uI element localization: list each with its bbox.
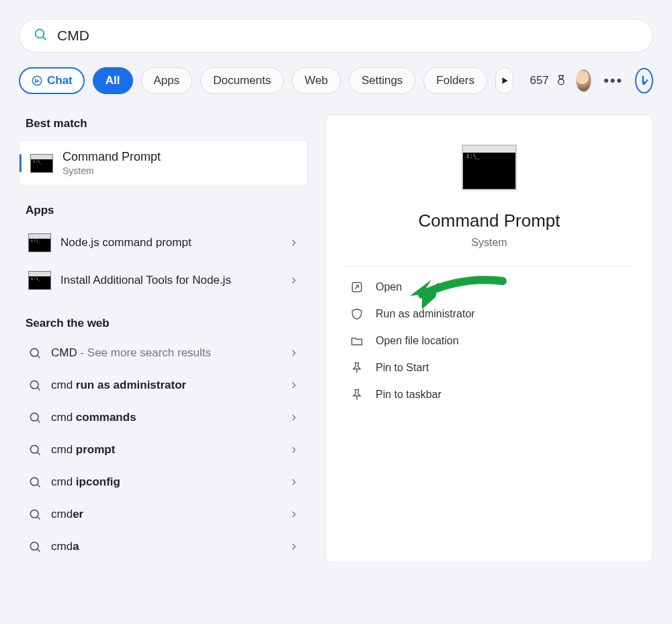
svg-line-17 (38, 549, 40, 552)
command-prompt-icon (30, 154, 53, 173)
chat-chip[interactable]: Chat (19, 67, 85, 94)
web-suggestion-label: CMD - See more search results (51, 346, 280, 360)
chevron-right-icon (289, 348, 298, 358)
search-input[interactable] (57, 28, 639, 44)
filter-documents[interactable]: Documents (200, 67, 284, 94)
filter-apps[interactable]: Apps (141, 67, 193, 94)
filter-all[interactable]: All (93, 67, 133, 94)
detail-title: Command Prompt (345, 210, 634, 231)
action-label: Pin to Start (376, 362, 429, 374)
app-item-node-cmd[interactable]: Node.js command prompt (19, 224, 308, 262)
rewards-count: 657 (530, 74, 548, 87)
bing-icon (638, 74, 651, 87)
filter-bar: Chat All Apps Documents Web Settings Fol… (19, 67, 653, 94)
web-suggestion[interactable]: cmd ipconfig (19, 466, 308, 498)
chevron-right-icon (289, 445, 298, 455)
search-icon (28, 508, 42, 521)
command-prompt-icon (28, 271, 51, 290)
action-label: Open file location (376, 335, 459, 347)
app-item-node-tools[interactable]: Install Additional Tools for Node.js (19, 262, 308, 299)
app-label: Install Additional Tools for Node.js (60, 274, 280, 287)
bing-button[interactable] (635, 68, 653, 93)
svg-point-4 (30, 348, 38, 356)
search-icon (28, 540, 42, 553)
web-suggestion-label: cmd prompt (51, 443, 280, 457)
detail-panel: Command Prompt System Open Run as admini… (325, 114, 653, 563)
web-suggestion[interactable]: cmd run as administrator (19, 369, 308, 401)
pin-icon (350, 388, 364, 401)
filter-folders[interactable]: Folders (423, 67, 487, 94)
web-suggestion-label: cmda (51, 540, 280, 553)
section-search-web: Search the web (26, 317, 301, 330)
web-suggestion-label: cmder (51, 508, 280, 521)
action-pin-taskbar[interactable]: Pin to taskbar (345, 381, 634, 408)
svg-point-16 (30, 542, 38, 550)
action-label: Run as administrator (376, 308, 475, 320)
svg-line-5 (38, 356, 40, 358)
svg-line-9 (38, 420, 40, 423)
svg-line-15 (38, 517, 40, 520)
chevron-right-icon (289, 510, 298, 519)
action-label: Pin to taskbar (376, 389, 442, 401)
web-suggestion-label: cmd ipconfig (51, 475, 280, 489)
chevron-right-icon (289, 238, 298, 247)
web-suggestion[interactable]: cmder (19, 498, 308, 531)
search-icon (28, 443, 42, 457)
filter-web[interactable]: Web (292, 67, 341, 94)
chevron-right-icon (289, 542, 298, 551)
web-suggestion[interactable]: cmd commands (19, 401, 308, 434)
best-match-item[interactable]: Command Prompt System (19, 140, 308, 186)
chevron-right-icon (289, 381, 298, 390)
web-suggestion[interactable]: CMD - See more search results (19, 337, 308, 369)
shield-icon (350, 307, 364, 321)
avatar[interactable] (576, 69, 591, 92)
web-suggestion[interactable]: cmd prompt (19, 434, 308, 466)
svg-line-11 (38, 453, 40, 455)
best-match-subtitle: System (62, 165, 161, 176)
web-suggestion[interactable]: cmda (19, 531, 308, 563)
search-icon (28, 411, 42, 424)
search-icon (28, 379, 42, 392)
rewards-counter[interactable]: 657 (530, 74, 567, 87)
command-prompt-icon (28, 233, 51, 252)
best-match-title: Command Prompt (62, 150, 161, 164)
section-apps: Apps (26, 204, 301, 217)
svg-point-3 (558, 79, 564, 85)
chevron-right-icon (289, 276, 298, 285)
search-icon (28, 475, 42, 489)
bing-chat-icon (31, 75, 43, 87)
chevron-right-icon (289, 477, 298, 487)
divider (345, 266, 634, 267)
action-label: Open (376, 281, 402, 293)
pin-icon (350, 361, 364, 375)
filter-more-button[interactable] (495, 67, 513, 94)
action-run-admin[interactable]: Run as administrator (345, 301, 634, 327)
filter-settings[interactable]: Settings (349, 67, 415, 94)
chevron-right-icon (289, 413, 298, 422)
svg-point-10 (30, 445, 38, 453)
svg-point-12 (30, 477, 38, 485)
svg-point-14 (30, 510, 38, 518)
svg-line-7 (38, 388, 40, 391)
app-label: Node.js command prompt (60, 236, 280, 249)
action-open-location[interactable]: Open file location (345, 327, 634, 354)
action-open[interactable]: Open (345, 274, 634, 301)
search-icon (33, 27, 48, 44)
search-icon (28, 346, 42, 360)
section-best-match: Best match (26, 117, 301, 130)
web-suggestion-label: cmd commands (51, 411, 280, 424)
web-suggestion-label: cmd run as administrator (51, 379, 280, 392)
action-pin-start[interactable]: Pin to Start (345, 354, 634, 381)
medal-icon (554, 74, 568, 87)
search-bar[interactable] (19, 19, 653, 52)
svg-line-1 (43, 37, 46, 40)
svg-line-13 (38, 485, 40, 488)
detail-subtitle: System (345, 237, 634, 249)
svg-point-6 (30, 381, 38, 389)
more-menu-button[interactable]: ••• (599, 69, 627, 92)
chat-label: Chat (47, 74, 73, 87)
svg-point-8 (30, 413, 38, 421)
svg-point-0 (36, 30, 44, 38)
detail-app-icon (462, 145, 517, 190)
results-panel: Best match Command Prompt System Apps No… (19, 114, 308, 563)
